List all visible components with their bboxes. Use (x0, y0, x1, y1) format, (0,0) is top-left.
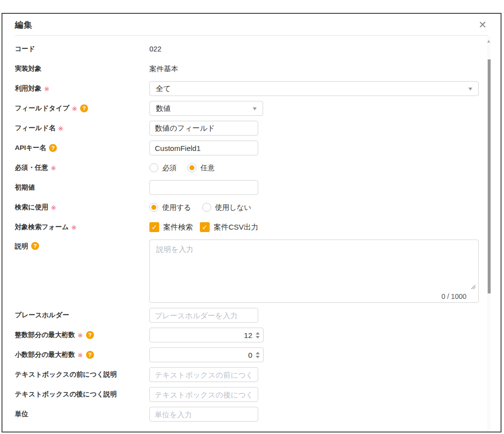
field-control (149, 387, 501, 402)
resize-handle-icon[interactable] (471, 283, 476, 291)
static-value: 022 (149, 45, 161, 53)
static-value: 案件基本 (149, 64, 178, 74)
field-control (149, 141, 501, 155)
radio-unselected-icon[interactable] (202, 203, 211, 212)
form-row: 初期値 (15, 180, 501, 195)
dropdown-value: 全て (156, 84, 171, 94)
text-input[interactable] (149, 121, 258, 136)
description-textarea[interactable]: 説明を入力0 / 1000 (149, 240, 479, 303)
radio-label: 使用する (162, 203, 191, 212)
text-input[interactable] (149, 367, 258, 382)
text-input[interactable] (149, 387, 258, 402)
field-label: APIキー名? (15, 141, 149, 155)
field-control: 案件基本 (149, 61, 501, 76)
chevron-down-icon (253, 107, 257, 110)
radio-selected-icon[interactable] (187, 163, 196, 172)
required-mark: ※ (78, 332, 83, 339)
radio-label: 任意 (200, 163, 215, 173)
field-control (149, 180, 501, 195)
form-row: テキストボックスの前につく説明 (15, 367, 501, 382)
field-control: 必須任意 (149, 160, 501, 175)
field-label-text: 利用対象 (15, 84, 42, 93)
dropdown[interactable]: 全て (149, 81, 479, 96)
field-label-text: 必須・任意 (15, 163, 48, 172)
form-row: 説明?説明を入力0 / 1000 (15, 240, 501, 303)
scroll-up-icon[interactable] (487, 40, 490, 43)
field-label-text: 初期値 (15, 183, 35, 192)
required-mark: ※ (71, 224, 77, 231)
field-label-text: 小数部分の最大桁数 (15, 350, 75, 359)
radio-option[interactable]: 使用しない (202, 203, 252, 212)
field-control (149, 407, 501, 422)
checkbox-checked-icon[interactable]: ✓ (149, 222, 159, 232)
checkbox-option[interactable]: ✓案件CSV出力 (200, 222, 259, 232)
required-mark: ※ (58, 125, 63, 132)
field-label: コード (15, 42, 149, 56)
text-input[interactable] (149, 141, 258, 155)
field-label-text: 整数部分の最大桁数 (15, 331, 75, 339)
dropdown[interactable]: 数値 (149, 101, 263, 116)
dropdown-value: 数値 (156, 104, 171, 113)
scrollbar-thumb[interactable] (488, 59, 491, 293)
dialog-body: コード022実装対象案件基本利用対象※全てフィールドタイプ※?数値フィールド名※… (2, 36, 501, 422)
required-mark: ※ (51, 204, 56, 211)
form-row: プレースホルダー (15, 308, 501, 323)
checkbox-option[interactable]: ✓案件検索 (149, 222, 193, 232)
field-label: フィールドタイプ※? (15, 101, 149, 116)
help-icon[interactable]: ? (31, 242, 39, 250)
field-label-text: フィールドタイプ (15, 104, 69, 113)
char-counter: 0 / 1000 (441, 292, 466, 300)
field-label-text: フィールド名 (15, 124, 55, 133)
form-row: フィールドタイプ※?数値 (15, 101, 501, 116)
text-input[interactable] (149, 308, 258, 323)
field-label-text: APIキー名 (15, 144, 46, 152)
number-spinner (256, 332, 260, 338)
required-mark: ※ (72, 105, 77, 112)
number-value: 12 (244, 331, 252, 339)
checkbox-checked-icon[interactable]: ✓ (200, 222, 210, 232)
field-control (149, 121, 501, 136)
checkbox-label: 案件検索 (163, 223, 193, 232)
form-row: 実装対象案件基本 (15, 61, 501, 76)
help-icon[interactable]: ? (49, 144, 57, 152)
form-row: コード022 (15, 42, 501, 56)
field-label: 検索に使用※ (15, 200, 149, 215)
chevron-down-icon (468, 88, 472, 91)
number-input[interactable]: 0 (149, 347, 264, 362)
form-row: 必須・任意※必須任意 (15, 160, 501, 175)
spinner-down-icon[interactable] (256, 336, 260, 338)
number-input[interactable]: 12 (149, 328, 264, 342)
close-icon[interactable]: ✕ (478, 20, 487, 30)
radio-option[interactable]: 必須 (149, 163, 177, 173)
field-control: 説明を入力0 / 1000 (149, 240, 501, 303)
field-label: 説明? (15, 240, 149, 303)
spinner-up-icon[interactable] (256, 332, 260, 335)
radio-unselected-icon[interactable] (149, 163, 158, 172)
required-mark: ※ (78, 351, 83, 359)
checkbox-label: 案件CSV出力 (214, 223, 259, 232)
required-mark: ※ (51, 164, 56, 172)
text-input[interactable] (149, 180, 258, 195)
radio-selected-icon[interactable] (149, 203, 158, 212)
help-icon[interactable]: ? (86, 331, 94, 339)
field-label: 単位 (15, 407, 149, 422)
help-icon[interactable]: ? (86, 351, 94, 359)
field-label: テキストボックスの前につく説明 (15, 367, 149, 382)
scrollbar[interactable] (487, 36, 491, 432)
spinner-up-icon[interactable] (256, 352, 260, 354)
textarea-placeholder: 説明を入力 (156, 245, 193, 254)
radio-option[interactable]: 使用する (149, 203, 191, 212)
dialog-title: 編集 (15, 19, 33, 31)
edit-dialog: 編集 ✕ コード022実装対象案件基本利用対象※全てフィールドタイプ※?数値フィ… (1, 13, 502, 433)
radio-option[interactable]: 任意 (187, 163, 215, 173)
field-control (149, 308, 501, 323)
form-row: 単位 (15, 407, 501, 422)
number-spinner (256, 352, 260, 358)
field-label-text: プレースホルダー (15, 311, 69, 320)
spinner-down-icon[interactable] (256, 356, 260, 358)
text-input[interactable] (149, 407, 258, 422)
field-label-text: 実装対象 (15, 64, 42, 73)
radio-label: 使用しない (215, 203, 252, 212)
form-row: 検索に使用※使用する使用しない (15, 200, 501, 215)
help-icon[interactable]: ? (80, 104, 88, 112)
